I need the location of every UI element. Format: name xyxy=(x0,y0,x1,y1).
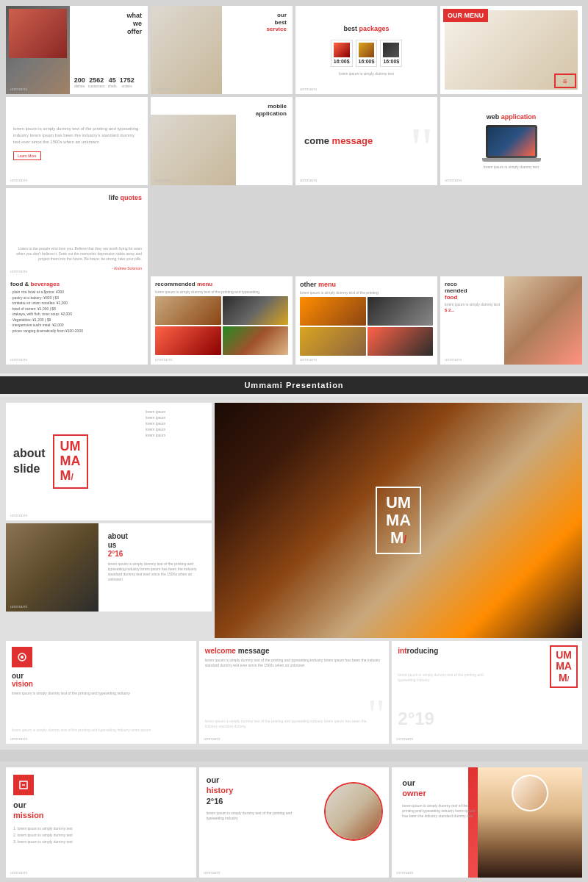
slide-about-slide[interactable]: aboutslide UMMAM/ lorem ipsumlorem ipsum… xyxy=(6,403,212,520)
slide-footer-7: ummami xyxy=(300,178,317,182)
slide-life-quotes[interactable]: life quotes Listen to the people who lov… xyxy=(6,188,148,276)
middle-section: aboutslide UMMAM/ lorem ipsumlorem ipsum… xyxy=(0,397,588,750)
svg-point-1 xyxy=(21,656,24,659)
package-1: 16:00$ xyxy=(331,40,353,67)
lorem-text: lorem ipsum is simply dummy text of the … xyxy=(10,123,143,148)
package-3: 16:00$ xyxy=(380,40,402,67)
about-logo-text: UMMAM/ xyxy=(60,440,81,483)
learn-more-btn[interactable]: Learn More xyxy=(13,151,41,160)
slide-footer-13: ummami xyxy=(445,357,462,362)
other-cell-1 xyxy=(300,297,366,326)
slide-dark-food-main[interactable]: UMMAM/ xyxy=(215,403,582,638)
history-text: lorem ipsum is simply dummy text of the … xyxy=(207,811,303,821)
quote-decoration: " xyxy=(409,119,434,178)
vision-extra-text: lorem ipsum is simply dummy text of the … xyxy=(12,728,190,733)
webapp-desc: lorem ipsum is simply dummy text xyxy=(484,165,539,169)
webapp-title: web application xyxy=(487,113,537,121)
owner-text: lorem ipsum is simply dummy text of the … xyxy=(402,803,478,819)
slide-our-vision[interactable]: ourvision lorem ipsum is simply dummy te… xyxy=(6,641,196,744)
packages-row: 16:00$ 16:00$ 16:00$ xyxy=(331,40,402,67)
about-us-title: aboutus2°16 xyxy=(108,532,203,559)
slide-footer-5: ummami xyxy=(10,178,27,182)
introducing-logo-box: UMMAM/ xyxy=(550,645,578,688)
food-cell-3 xyxy=(155,326,221,355)
middle-grid: aboutslide UMMAM/ lorem ipsumlorem ipsum… xyxy=(6,403,582,638)
vision-icon xyxy=(12,647,32,667)
other-menu-desc: lorem ipsum is simply dummy text of the … xyxy=(300,290,433,295)
slide-recommended-menu[interactable]: recommended menu lorem ipsum is simply d… xyxy=(151,276,293,365)
stat-2562: 2562 xyxy=(88,76,105,84)
slide-footer-1: ummami xyxy=(10,87,27,91)
rec-menu-title: recommended menu xyxy=(155,281,288,287)
introducing-logo-text: UMMAM/ xyxy=(556,650,572,684)
stat-dishes: dishes xyxy=(74,84,85,88)
slide-introducing[interactable]: introducing UMMAM/ lorem ipsum is simply… xyxy=(392,641,582,744)
slide-lorem-ipsum[interactable]: lorem ipsum is simply dummy text of the … xyxy=(6,97,148,185)
mission-title: ourmission xyxy=(13,800,189,821)
laptop-base xyxy=(482,158,541,162)
slide-what-we-offer[interactable]: what we offer 200 dishes 2562 customers … xyxy=(6,6,148,94)
history-circle-img xyxy=(324,782,383,841)
top-section: what we offer 200 dishes 2562 customers … xyxy=(0,0,588,373)
slide-footer-8: ummami xyxy=(445,178,462,182)
slide-footer-3: ummami xyxy=(300,87,317,91)
packages-title: best packages xyxy=(343,25,389,32)
slide-other-menu[interactable]: other menu lorem ipsum is simply dummy t… xyxy=(295,276,437,365)
slide-best-service[interactable]: ourbestservice ummami xyxy=(151,6,293,94)
slide-food-beverages[interactable]: food & beverages · plain rice bowl at a … xyxy=(6,276,148,365)
rec-food-img xyxy=(504,276,582,365)
introducing-desc: lorem ipsum is simply dummy text of the … xyxy=(398,673,495,683)
slide-footer-11: ummami xyxy=(155,357,172,362)
mission-icon xyxy=(13,775,34,795)
slide-footer-about-us: ummami xyxy=(10,604,27,609)
slide-footer-history: ummami xyxy=(204,870,220,875)
bottom-grid: ourmission 1. lorem ipsum is simply dumm… xyxy=(6,767,582,878)
owner-title: ourowner xyxy=(402,778,572,799)
logo-text: UMMAM/ xyxy=(386,494,411,548)
slide-come-message[interactable]: come message " ummami xyxy=(295,97,437,185)
slide-best-packages[interactable]: best packages 16:00$ 16:00$ 16:00$ lorem… xyxy=(295,6,437,94)
slide-our-menu[interactable]: OUR MENU ≡ xyxy=(440,6,582,94)
slide-footer-about: ummami xyxy=(10,513,27,517)
slide-footer-2: ummami xyxy=(155,87,172,91)
food-cell-1 xyxy=(155,296,221,325)
slide-footer-mission: ummami xyxy=(10,870,27,875)
food-cell-2 xyxy=(223,296,289,325)
menu-icon: ≡ xyxy=(554,74,576,88)
welcome-extra: lorem ipsum is simply dummy text of the … xyxy=(205,719,368,729)
slide-welcome-message[interactable]: welcome message lorem ipsum is simply du… xyxy=(199,641,390,744)
about-us-img xyxy=(6,523,98,612)
slide-our-owner[interactable]: ourowner lorem ipsum is simply dummy tex… xyxy=(392,767,582,878)
slide-footer-vision: ummami xyxy=(10,736,27,741)
spacer-middle xyxy=(0,750,588,761)
food-bev-grid: food & beverages · plain rice bowl at a … xyxy=(6,276,582,365)
slide-footer-6: ummami xyxy=(155,178,172,182)
stat-45: 45 xyxy=(108,76,117,84)
welcome-quote-bg: " xyxy=(368,692,386,736)
slide-mobile-app[interactable]: mobileapplication ummami xyxy=(151,97,293,185)
slide-our-mission[interactable]: ourmission 1. lorem ipsum is simply dumm… xyxy=(6,767,196,878)
slide-recommended-food[interactable]: recomendedfood lorem ipsum is simply dum… xyxy=(440,276,582,365)
about-us-text: lorem ipsum is simply dummy text of the … xyxy=(108,562,203,582)
rec-menu-desc: lorem ipsum is simply dummy text of the … xyxy=(155,290,288,294)
food-cell-4 xyxy=(223,326,289,355)
other-cell-4 xyxy=(368,327,434,356)
chopsticks-icon: / xyxy=(404,534,406,545)
stat-1752: 1752 xyxy=(120,76,135,84)
stat-chefs: chefs xyxy=(108,84,117,88)
package-2: 16:00$ xyxy=(356,40,378,67)
offer-title: what we offer xyxy=(126,12,142,35)
stat-orders: orders xyxy=(120,84,135,88)
life-title: life quotes xyxy=(109,194,142,201)
banner-label: Ummami Presentation xyxy=(244,381,343,390)
slide-our-history[interactable]: ourhistory2°16 lorem ipsum is simply dum… xyxy=(199,767,390,878)
vision-text: lorem ipsum is simply dummy text of the … xyxy=(12,691,190,696)
left-column: aboutslide UMMAM/ lorem ipsumlorem ipsum… xyxy=(6,403,212,638)
laptop-icon xyxy=(486,125,537,158)
about-slide-logo-area: UMMAM/ xyxy=(53,434,88,488)
service-title: ourbestservice xyxy=(266,12,287,33)
slide-footer-9: ummami xyxy=(10,269,27,273)
slide-about-us[interactable]: aboutus2°16 lorem ipsum is simply dummy … xyxy=(6,523,212,612)
slide-web-app[interactable]: web application lorem ipsum is simply du… xyxy=(440,97,582,185)
our-menu-label: OUR MENU xyxy=(443,9,488,22)
